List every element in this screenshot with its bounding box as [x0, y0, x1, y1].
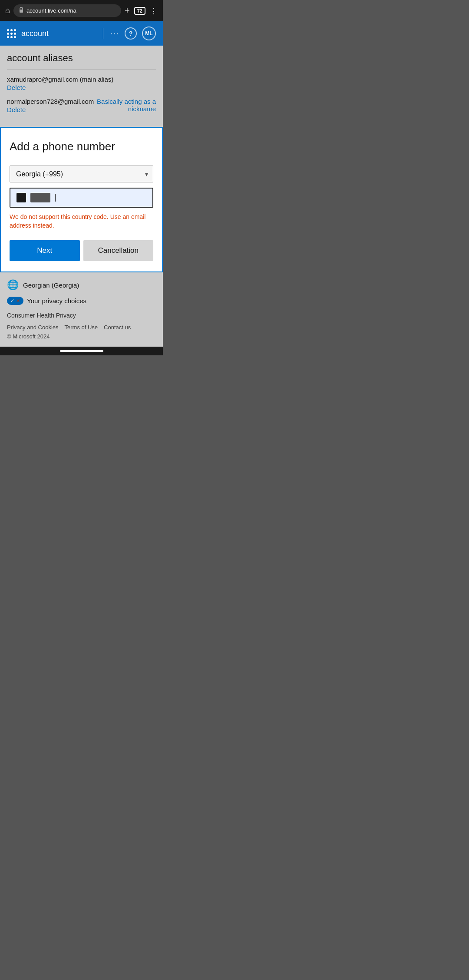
browser-actions: + 72 ⋮: [125, 6, 158, 16]
next-button[interactable]: Next: [10, 240, 80, 261]
cancel-button[interactable]: Cancellation: [83, 240, 154, 261]
address-bar[interactable]: account.live.com/na: [13, 4, 121, 17]
globe-icon: 🌐: [7, 279, 19, 291]
phone-prefix-block: [17, 193, 26, 202]
user-avatar[interactable]: ML: [142, 26, 156, 40]
alias-2-left: normalperson728@gmail.com Delete: [7, 98, 94, 114]
header-more-button[interactable]: ···: [110, 29, 119, 38]
alias-2-row: normalperson728@gmail.com Delete Basical…: [7, 98, 156, 114]
ms-account-header: account ··· ? ML: [0, 21, 163, 46]
phone-cursor: [55, 194, 56, 202]
header-title: account: [21, 29, 96, 38]
consumer-health-link[interactable]: Consumer Health Privacy: [7, 312, 156, 319]
privacy-x-icon: ✕: [16, 298, 20, 304]
background-content: account aliases xamudrapro@gmail.com (ma…: [0, 46, 163, 127]
phone-number-block: [30, 193, 50, 202]
footer-links: Privacy and Cookies Terms of Use Contact…: [7, 324, 156, 331]
privacy-choices-text[interactable]: Your privacy choices: [27, 297, 86, 305]
modal-buttons: Next Cancellation: [10, 240, 153, 261]
tab-count[interactable]: 72: [134, 7, 145, 15]
country-select[interactable]: Georgia (+995): [10, 166, 153, 182]
aliases-section-title: account aliases: [7, 53, 156, 64]
browser-chrome: ⌂ account.live.com/na + 72 ⋮: [0, 0, 163, 21]
phone-input-field[interactable]: [10, 188, 153, 208]
modal-title: Add a phone number: [10, 140, 153, 153]
ms-apps-icon[interactable]: [7, 29, 16, 38]
privacy-check-icon: ✓: [10, 298, 14, 304]
error-message: We do not support this country code. Use…: [10, 213, 153, 230]
help-button[interactable]: ?: [125, 27, 137, 40]
footer-copyright: © Microsoft 2024: [7, 333, 156, 340]
alias-2-email: normalperson728@gmail.com: [7, 98, 94, 105]
add-tab-button[interactable]: +: [125, 6, 130, 16]
section-divider: [7, 69, 156, 70]
alias-1-delete-button[interactable]: Delete: [7, 84, 26, 91]
alias-item-2: normalperson728@gmail.com Delete Basical…: [7, 98, 156, 114]
contact-link[interactable]: Contact us: [104, 324, 131, 331]
alias-item-1: xamudrapro@gmail.com (main alias) Delete: [7, 76, 156, 92]
language-text: Georgian (Georgia): [23, 281, 79, 289]
header-divider: [103, 28, 103, 39]
alias-1-email: xamudrapro@gmail.com (main alias): [7, 76, 156, 83]
footer-privacy-choices: ✓ ✕ Your privacy choices: [7, 297, 156, 305]
alias-2-badge: Basically acting as a nickname: [94, 98, 156, 113]
home-indicator: [0, 347, 163, 355]
lock-icon: [19, 7, 24, 14]
phone-input-wrapper: [10, 188, 153, 208]
url-text: account.live.com/na: [26, 7, 116, 14]
terms-link[interactable]: Terms of Use: [65, 324, 98, 331]
browser-menu-button[interactable]: ⋮: [150, 6, 158, 16]
privacy-badge[interactable]: ✓ ✕: [7, 297, 23, 305]
add-phone-modal: Add a phone number Georgia (+995) ▾ We d…: [0, 127, 163, 272]
page-footer: 🌐 Georgian (Georgia) ✓ ✕ Your privacy ch…: [0, 272, 163, 347]
home-button[interactable]: ⌂: [5, 6, 10, 15]
alias-2-delete-button[interactable]: Delete: [7, 106, 26, 113]
country-select-wrapper: Georgia (+995) ▾: [10, 166, 153, 182]
svg-rect-0: [20, 10, 23, 13]
footer-language: 🌐 Georgian (Georgia): [7, 279, 156, 291]
privacy-cookies-link[interactable]: Privacy and Cookies: [7, 324, 59, 331]
home-indicator-bar: [60, 350, 103, 352]
